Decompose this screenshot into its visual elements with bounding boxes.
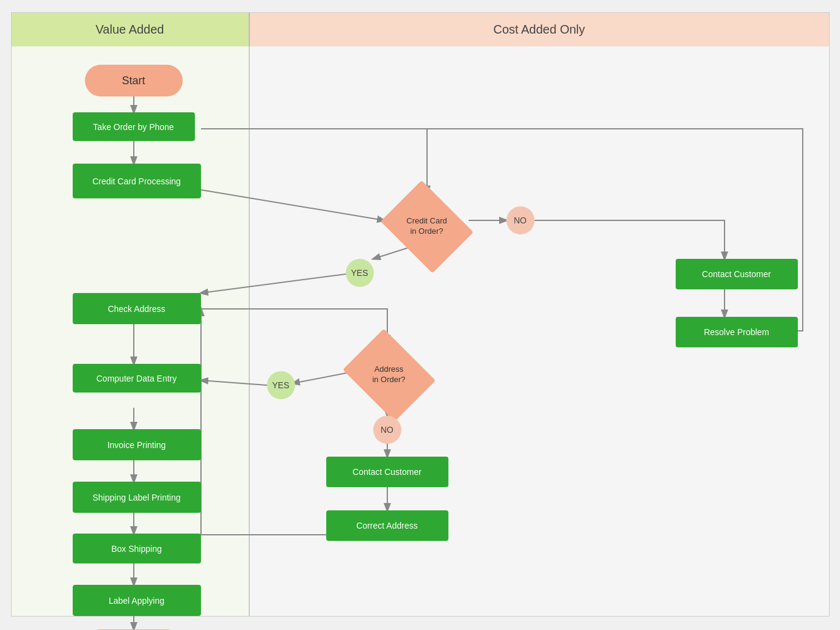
correct-address-node: Correct Address [326, 510, 448, 541]
address-decision-node: Address in Order? [346, 341, 432, 408]
yes1-label: YES [346, 259, 374, 287]
credit-card-decision-node: Credit Card in Order? [384, 193, 470, 260]
check-address-node: Check Address [73, 293, 201, 324]
diagram-area: Start Take Order by Phone Credit Card Pr… [12, 46, 829, 616]
credit-card-decision-text: Credit Card in Order? [406, 216, 447, 237]
box-shipping-node: Box Shipping [73, 534, 201, 563]
main-container: Value Added Cost Added Only [11, 12, 830, 617]
take-order-node: Take Order by Phone [73, 112, 195, 141]
header-right: Cost Added Only [250, 13, 829, 46]
svg-line-8 [293, 373, 346, 383]
computer-data-entry-node: Computer Data Entry [73, 364, 201, 393]
address-decision-text: Address in Order? [372, 364, 405, 385]
contact-customer-1-node: Contact Customer [676, 259, 798, 289]
contact-customer-2-node: Contact Customer [326, 457, 448, 487]
header-right-label: Cost Added Only [493, 23, 585, 37]
invoice-printing-node: Invoice Printing [73, 429, 201, 460]
header-left-label: Value Added [96, 23, 164, 37]
credit-card-processing-node: Credit Card Processing [73, 164, 201, 198]
label-applying-node: Label Applying [73, 585, 201, 616]
header-row: Value Added Cost Added Only [12, 13, 829, 46]
yes2-label: YES [267, 371, 295, 399]
shipping-label-printing-node: Shipping Label Printing [73, 482, 201, 513]
resolve-problem-node: Resolve Problem [676, 317, 798, 347]
no1-label: NO [506, 206, 535, 234]
no2-label: NO [373, 416, 401, 444]
header-left: Value Added [12, 13, 250, 46]
start-node: Start [85, 65, 183, 96]
